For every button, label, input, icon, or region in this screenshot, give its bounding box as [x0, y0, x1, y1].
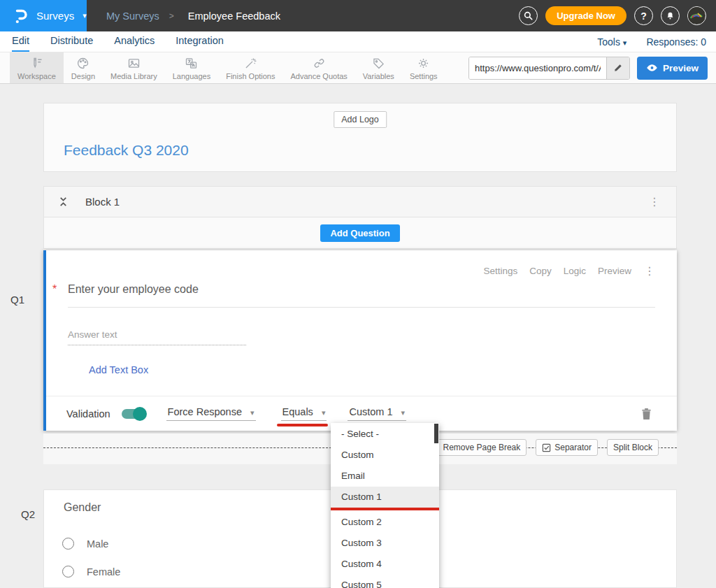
toolbar-item-workspace[interactable]: Workspace — [10, 52, 64, 83]
tab-distribute[interactable]: Distribute — [50, 31, 93, 52]
question-copy-link[interactable]: Copy — [529, 266, 552, 276]
tab-analytics[interactable]: Analytics — [114, 31, 155, 52]
block-header: Block 1 ⋮ — [44, 187, 676, 217]
notifications-button[interactable] — [661, 6, 680, 25]
radio-option-male[interactable]: Male — [62, 538, 108, 550]
search-icon — [523, 10, 534, 21]
upgrade-now-button[interactable]: Upgrade Now — [545, 6, 626, 25]
breadcrumb: My Surveys > Employee Feedback — [106, 10, 280, 22]
question-card-q1[interactable]: Settings Copy Logic Preview ⋮ * Enter yo… — [43, 250, 677, 431]
survey-canvas: Add Logo Feedback Q3 2020 Block 1 ⋮ Add … — [0, 84, 716, 588]
breadcrumb-current-survey: Employee Feedback — [188, 10, 280, 22]
dropdown-option-email[interactable]: Email — [331, 466, 439, 487]
chevron-down-icon: ▾ — [322, 408, 326, 417]
toolbar-item-finish-options[interactable]: Finish Options — [218, 52, 282, 83]
annotation-underline-equals — [277, 424, 329, 426]
radio-icon[interactable] — [62, 538, 74, 550]
question-settings-link[interactable]: Settings — [483, 266, 517, 276]
breadcrumb-my-surveys[interactable]: My Surveys — [106, 10, 159, 22]
section-tabs: Edit Distribute Analytics Integration To… — [0, 31, 716, 52]
question-text[interactable]: Enter your employee code — [68, 283, 655, 308]
dropdown-option-custom[interactable]: Custom — [331, 445, 439, 466]
user-avatar[interactable] — [687, 6, 706, 25]
checkbox-checked-icon — [542, 443, 551, 452]
help-icon: ? — [640, 10, 647, 22]
image-icon — [127, 56, 141, 71]
tab-integration[interactable]: Integration — [176, 31, 224, 52]
validation-operator-select[interactable]: Equals ▾ — [281, 406, 327, 421]
product-menu[interactable]: Surveys ▾ — [0, 0, 87, 31]
search-button[interactable] — [519, 6, 538, 25]
toolbar-item-settings[interactable]: Settings — [402, 52, 445, 83]
workspace-icon — [29, 56, 44, 71]
dropdown-option-custom-3[interactable]: Custom 3 — [331, 533, 439, 554]
delete-question-button[interactable] — [641, 408, 652, 420]
chevron-down-icon: ▾ — [83, 11, 87, 20]
tag-icon — [371, 56, 386, 71]
responses-count[interactable]: Responses: 0 — [646, 36, 706, 48]
validation-type-select[interactable]: Force Response ▾ — [166, 406, 256, 421]
add-logo-button[interactable]: Add Logo — [334, 111, 387, 128]
questionpro-logo-icon — [11, 7, 29, 25]
toolbar-item-advance-quotas[interactable]: Advance Quotas — [282, 52, 355, 83]
translate-icon — [184, 56, 199, 71]
survey-url-group — [468, 57, 630, 80]
chevron-down-icon: ▾ — [401, 408, 405, 417]
block-card: Block 1 ⋮ Add Question — [43, 186, 677, 249]
preview-button[interactable]: Preview — [637, 57, 708, 80]
editor-toolbar: Workspace Design Media Library Languages — [0, 52, 716, 84]
dropdown-option-custom-2[interactable]: Custom 2 — [331, 512, 439, 533]
tools-menu[interactable]: Tools ▾ — [597, 36, 626, 48]
toolbar-item-media-library[interactable]: Media Library — [103, 52, 165, 83]
breadcrumb-chevron-icon: > — [169, 11, 174, 21]
answer-text-field[interactable]: Answer text — [68, 329, 246, 345]
collapse-block-button[interactable] — [58, 196, 69, 208]
validation-value-select[interactable]: Custom 1 ▾ — [348, 406, 406, 421]
add-text-box-link[interactable]: Add Text Box — [89, 364, 148, 375]
page-break-buttons: Remove Page Break Separator Split Block — [424, 439, 659, 456]
question-text[interactable]: Gender — [64, 501, 101, 514]
dropdown-scrollbar-thumb[interactable] — [434, 424, 438, 443]
dropdown-option-custom-4[interactable]: Custom 4 — [331, 554, 439, 575]
question-logic-link[interactable]: Logic — [564, 266, 586, 276]
product-menu-label: Surveys — [36, 10, 74, 22]
gear-icon — [416, 56, 431, 71]
split-block-button[interactable]: Split Block — [607, 439, 659, 456]
dropdown-option-custom-1[interactable]: Custom 1 — [331, 487, 439, 508]
tab-edit[interactable]: Edit — [12, 31, 29, 52]
survey-editor-page: Surveys ▾ My Surveys > Employee Feedback… — [0, 0, 716, 588]
add-question-band: Add Question — [44, 217, 676, 249]
dropdown-option-select[interactable]: - Select - — [331, 424, 439, 445]
dropdown-option-custom-5[interactable]: Custom 5 — [331, 575, 439, 588]
question-number-q1: Q1 — [10, 294, 24, 306]
annotation-underline-custom-1 — [331, 508, 439, 510]
toolbar-item-variables[interactable]: Variables — [355, 52, 402, 83]
trash-icon — [641, 408, 652, 420]
remove-page-break-button[interactable]: Remove Page Break — [424, 439, 527, 456]
toolbar-item-languages[interactable]: Languages — [165, 52, 218, 83]
add-question-button[interactable]: Add Question — [320, 224, 399, 242]
radio-icon[interactable] — [62, 566, 74, 578]
chevron-down-icon: ▾ — [250, 408, 255, 417]
help-button[interactable]: ? — [634, 6, 653, 25]
validation-toggle[interactable] — [122, 409, 145, 419]
chain-link-icon — [312, 56, 327, 71]
question-actions: Settings Copy Logic Preview ⋮ — [483, 264, 656, 278]
toolbar-item-design[interactable]: Design — [64, 52, 103, 83]
question-preview-link[interactable]: Preview — [598, 266, 631, 276]
separator-button[interactable]: Separator — [536, 439, 598, 456]
toggle-knob — [133, 407, 147, 421]
chevron-down-icon: ▾ — [623, 38, 627, 47]
collapse-vertical-icon — [58, 196, 69, 208]
radio-option-female[interactable]: Female — [62, 566, 120, 578]
block-kebab-menu[interactable]: ⋮ — [649, 195, 661, 208]
question-kebab-menu[interactable]: ⋮ — [644, 264, 656, 278]
bell-icon — [665, 10, 675, 21]
edit-url-button[interactable] — [606, 57, 629, 79]
survey-url-input[interactable] — [469, 57, 606, 79]
question-text-row: * Enter your employee code — [52, 283, 655, 308]
required-asterisk: * — [52, 283, 68, 296]
validation-label: Validation — [66, 408, 110, 420]
survey-header-card: Add Logo Feedback Q3 2020 — [43, 103, 677, 172]
survey-title[interactable]: Feedback Q3 2020 — [64, 142, 189, 159]
